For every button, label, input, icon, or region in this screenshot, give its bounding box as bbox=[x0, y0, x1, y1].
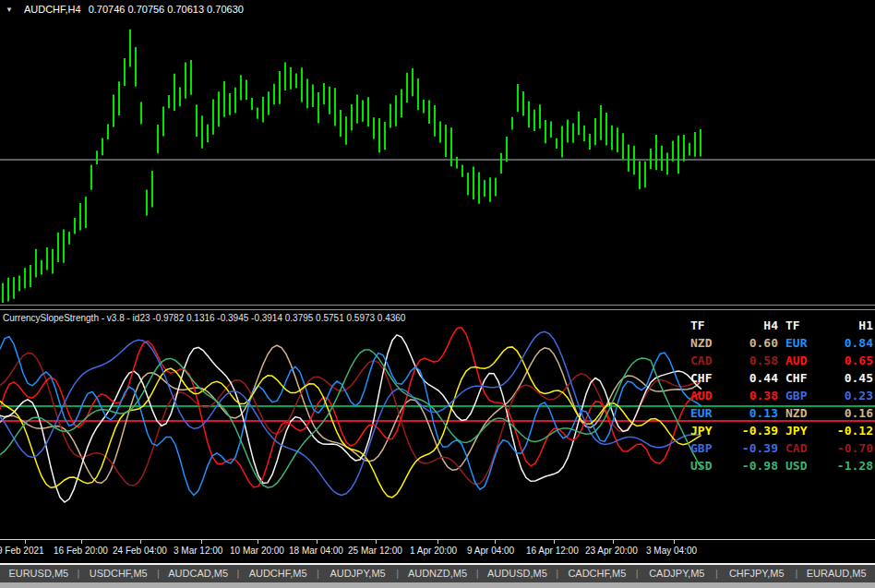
time-axis-tick bbox=[674, 540, 675, 544]
css-table-row-aud: AUD0.38 bbox=[690, 387, 778, 404]
mt4-chart-window: ▼ AUDCHF,H4 0.70746 0.70756 0.70613 0.70… bbox=[0, 0, 875, 588]
time-axis-tick bbox=[554, 540, 555, 544]
time-axis-tick bbox=[201, 540, 202, 544]
css-table: TFH4NZD0.60CAD0.58CHF0.44AUD0.38EUR0.13J… bbox=[690, 317, 873, 474]
tab-audcad-m5[interactable]: AUDCAD,M5 bbox=[160, 565, 237, 582]
time-axis-label: 10 Mar 20:00 bbox=[230, 546, 284, 556]
css-line-gbp bbox=[0, 331, 701, 495]
chart-symbol-timeframe: AUDCHF,H4 bbox=[24, 4, 81, 15]
time-axis-tick bbox=[376, 540, 377, 544]
time-axis-label: 25 Mar 12:00 bbox=[348, 546, 402, 556]
css-table-row-eur: EUR0.84 bbox=[785, 334, 873, 352]
tab-chfjpy-m5[interactable]: CHFJPY,M5 bbox=[718, 565, 796, 582]
time-axis-label: 16 Apr 12:00 bbox=[526, 546, 579, 556]
time-axis-tick bbox=[258, 540, 258, 544]
time-axis-label: 9 Feb 2021 bbox=[0, 546, 44, 556]
time-axis-tick bbox=[25, 540, 26, 544]
css-line-aud bbox=[0, 328, 701, 487]
tab-eurusd-m5[interactable]: EURUSD,M5 bbox=[0, 565, 78, 582]
pane-separator[interactable] bbox=[0, 305, 875, 310]
tab-audjpy-m5[interactable]: AUDJPY,M5 bbox=[319, 565, 397, 582]
css-line-eur bbox=[0, 337, 701, 496]
time-axis[interactable]: 9 Feb 202116 Feb 20:0024 Feb 04:003 Mar … bbox=[0, 539, 875, 563]
css-table-row-chf: CHF0.44 bbox=[690, 369, 778, 387]
css-table-row-chf: CHF0.45 bbox=[785, 369, 873, 387]
price-pane[interactable] bbox=[0, 0, 875, 305]
time-axis-label: 16 Feb 20:00 bbox=[54, 546, 108, 556]
css-table-header: TFH1 bbox=[785, 317, 873, 334]
tab-euraud-m5[interactable]: EURAUD,M5 bbox=[797, 565, 875, 582]
css-table-col-h1: TFH1EUR0.84AUD0.65CHF0.45GBP0.23NZD0.16J… bbox=[785, 317, 873, 474]
time-axis-tick bbox=[81, 540, 82, 544]
css-table-row-jpy: JPY-0.39 bbox=[690, 422, 778, 439]
css-table-col-h4: TFH4NZD0.60CAD0.58CHF0.44AUD0.38EUR0.13J… bbox=[690, 317, 778, 474]
css-table-row-gbp: GBP0.23 bbox=[785, 387, 873, 404]
ohlc-bars bbox=[3, 30, 701, 303]
time-axis-label: 23 Apr 20:00 bbox=[585, 546, 638, 556]
time-axis-label: 24 Feb 04:00 bbox=[113, 546, 167, 556]
css-table-header: TFH4 bbox=[690, 317, 778, 334]
indicator-title: CurrencySlopeStrength - v3.8 - id23 -0.9… bbox=[3, 313, 405, 323]
css-table-row-usd: USD-1.28 bbox=[785, 457, 873, 474]
tab-cadchf-m5[interactable]: CADCHF,M5 bbox=[558, 565, 636, 582]
css-table-row-nzd: NZD0.16 bbox=[785, 404, 873, 422]
time-axis-label: 3 May 04:00 bbox=[646, 546, 697, 556]
time-axis-label: 18 Mar 04:00 bbox=[289, 546, 343, 556]
tab-audusd-m5[interactable]: AUDUSD,M5 bbox=[479, 565, 557, 582]
tab-cadjpy-m5[interactable]: CADJPY,M5 bbox=[639, 565, 716, 582]
css-table-row-usd: USD-0.98 bbox=[690, 457, 778, 474]
time-axis-label: 3 Mar 12:00 bbox=[174, 546, 222, 556]
css-table-row-cad: CAD-0.70 bbox=[785, 439, 873, 457]
time-axis-label: 9 Apr 04:00 bbox=[467, 546, 514, 556]
css-table-row-cad: CAD0.58 bbox=[690, 352, 778, 369]
css-table-row-nzd: NZD0.60 bbox=[690, 334, 778, 352]
tab-audchf-m5[interactable]: AUDCHF,M5 bbox=[239, 565, 317, 582]
currency-slope-lines bbox=[0, 328, 701, 502]
time-axis-label: 1 Apr 20:00 bbox=[410, 546, 457, 556]
css-table-row-jpy: JPY-0.12 bbox=[785, 422, 873, 439]
time-axis-tick bbox=[438, 540, 438, 544]
time-axis-tick bbox=[495, 540, 496, 544]
time-axis-tick bbox=[613, 540, 614, 544]
time-axis-tick bbox=[140, 540, 141, 544]
time-axis-tick bbox=[317, 540, 318, 544]
tab-usdchf-m5[interactable]: USDCHF,M5 bbox=[79, 565, 157, 582]
css-table-row-eur: EUR0.13 bbox=[690, 404, 778, 422]
tab-bar: EURUSD,M5|USDCHF,M5|AUDCAD,M5|AUDCHF,M5|… bbox=[0, 565, 875, 582]
chart-title: ▼ AUDCHF,H4 0.70746 0.70756 0.70613 0.70… bbox=[6, 4, 244, 15]
css-table-row-gbp: GBP-0.39 bbox=[690, 439, 778, 457]
chart-menu-icon[interactable]: ▼ bbox=[6, 6, 13, 14]
chart-ohlc-quotes: 0.70746 0.70756 0.70613 0.70630 bbox=[89, 4, 244, 15]
tab-audnzd-m5[interactable]: AUDNZD,M5 bbox=[399, 565, 476, 582]
css-table-row-aud: AUD0.65 bbox=[785, 352, 873, 369]
window-bottom-strip bbox=[0, 582, 875, 588]
